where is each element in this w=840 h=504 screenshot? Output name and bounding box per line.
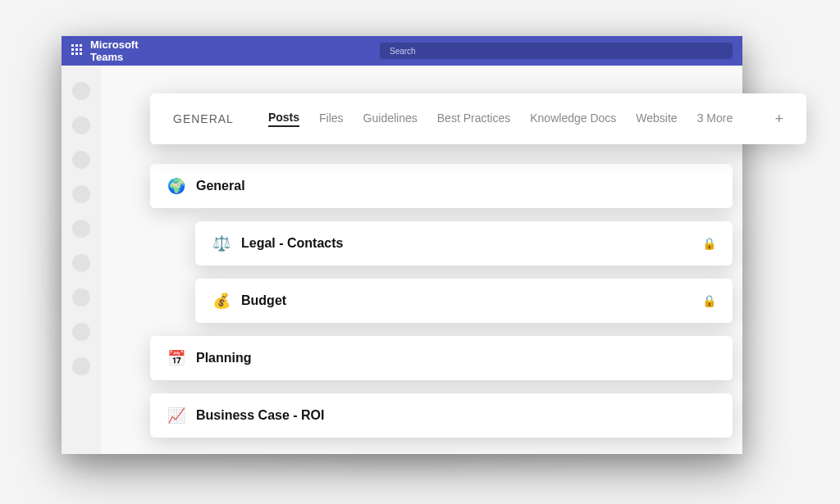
main-content: GENERAL Posts Files Guidelines Best Prac…: [101, 66, 742, 454]
rail-item[interactable]: [72, 185, 90, 203]
tab-more[interactable]: 3 More: [697, 111, 733, 126]
money-bag-icon: 💰: [212, 292, 231, 310]
lock-icon: 🔒: [702, 237, 716, 250]
channel-tabbar: GENERAL Posts Files Guidelines Best Prac…: [150, 93, 806, 144]
rail-item[interactable]: [72, 254, 90, 272]
channel-name: GENERAL: [173, 112, 234, 125]
app-launcher-icon[interactable]: [71, 44, 82, 57]
rail-item[interactable]: [72, 357, 90, 375]
app-title: Microsoft Teams: [90, 39, 158, 63]
channel-label: Business Case - ROI: [196, 408, 325, 423]
tab-best-practices[interactable]: Best Practices: [437, 111, 510, 126]
body-area: GENERAL Posts Files Guidelines Best Prac…: [62, 66, 742, 454]
calendar-icon: 📅: [167, 349, 186, 367]
channel-label: General: [196, 179, 245, 193]
add-tab-button[interactable]: +: [774, 111, 783, 128]
globe-icon: 🌍: [167, 177, 186, 195]
rail-item[interactable]: [72, 82, 90, 100]
channel-item-budget[interactable]: 💰 Budget 🔒: [195, 279, 733, 323]
lock-icon: 🔒: [702, 294, 716, 307]
channel-label: Planning: [196, 351, 252, 366]
rail-item[interactable]: [72, 151, 90, 169]
channel-list: 🌍 General ⚖️ Legal - Contacts 🔒 💰 Budget…: [150, 164, 751, 451]
tab-files[interactable]: Files: [319, 111, 344, 126]
tab-website[interactable]: Website: [636, 111, 677, 126]
search-placeholder: Search: [390, 47, 416, 56]
rail-item[interactable]: [72, 323, 90, 341]
tab-posts[interactable]: Posts: [268, 111, 299, 127]
left-rail: [62, 66, 101, 454]
scales-icon: ⚖️: [212, 234, 231, 252]
channel-item-legal[interactable]: ⚖️ Legal - Contacts 🔒: [195, 221, 733, 266]
app-window: Microsoft Teams Search GENERAL Posts Fil…: [62, 36, 742, 454]
tab-guidelines[interactable]: Guidelines: [363, 111, 418, 126]
channel-label: Legal - Contacts: [241, 236, 343, 251]
channel-item-general[interactable]: 🌍 General: [150, 164, 733, 208]
title-bar: Microsoft Teams Search: [62, 36, 742, 66]
tab-knowledge-docs[interactable]: Knowledge Docs: [530, 111, 616, 126]
channel-item-roi[interactable]: 📈 Business Case - ROI: [150, 393, 733, 438]
channel-item-planning[interactable]: 📅 Planning: [150, 336, 733, 380]
channel-label: Budget: [241, 293, 286, 308]
rail-item[interactable]: [72, 116, 90, 134]
search-input[interactable]: Search: [380, 43, 733, 59]
rail-item[interactable]: [72, 220, 90, 238]
chart-icon: 📈: [167, 406, 186, 425]
rail-item[interactable]: [72, 288, 90, 306]
